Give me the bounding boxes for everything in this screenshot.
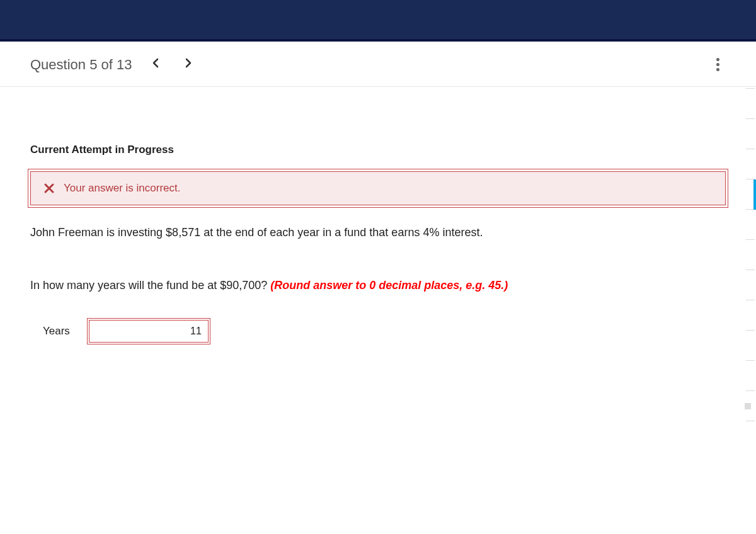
incorrect-alert: Your answer is incorrect. bbox=[30, 171, 726, 205]
rail-tick bbox=[746, 149, 755, 179]
question-prompt-text: In how many years will the fund be at $9… bbox=[30, 279, 270, 292]
rail-tick bbox=[746, 330, 755, 360]
rail-tick bbox=[746, 360, 755, 390]
chevron-left-icon bbox=[152, 58, 159, 68]
right-rail bbox=[746, 88, 755, 534]
dot-icon bbox=[716, 68, 719, 71]
next-question-button[interactable] bbox=[180, 55, 197, 74]
more-options-button[interactable] bbox=[710, 54, 726, 75]
question-counter: Question 5 of 13 bbox=[30, 57, 132, 73]
question-header: Question 5 of 13 bbox=[0, 42, 756, 87]
rail-tick bbox=[746, 118, 755, 149]
dot-icon bbox=[716, 63, 719, 66]
app-topbar bbox=[0, 0, 756, 42]
answer-row: Years bbox=[43, 320, 726, 343]
question-body: John Freeman is investing $8,571 at the … bbox=[30, 224, 726, 241]
dot-icon bbox=[716, 58, 719, 61]
rail-marker-icon bbox=[745, 403, 751, 409]
rounding-hint: (Round answer to 0 decimal places, e.g. … bbox=[270, 279, 508, 292]
attempt-status: Current Attempt in Progress bbox=[30, 144, 726, 156]
question-prompt: In how many years will the fund be at $9… bbox=[30, 279, 726, 292]
rail-tick-active bbox=[746, 179, 755, 209]
rail-tick bbox=[746, 421, 755, 451]
rail-tick bbox=[746, 239, 755, 270]
chevron-right-icon bbox=[185, 58, 192, 68]
question-nav bbox=[147, 55, 197, 74]
question-content: Current Attempt in Progress Your answer … bbox=[0, 87, 756, 343]
prev-question-button[interactable] bbox=[147, 55, 164, 74]
answer-label: Years bbox=[43, 325, 70, 338]
rail-tick bbox=[746, 88, 755, 118]
rail-tick bbox=[746, 270, 755, 300]
years-input[interactable] bbox=[89, 320, 209, 343]
rail-tick bbox=[746, 209, 755, 239]
incorrect-alert-text: Your answer is incorrect. bbox=[64, 182, 181, 195]
rail-tick bbox=[746, 300, 755, 330]
x-icon bbox=[43, 183, 55, 194]
